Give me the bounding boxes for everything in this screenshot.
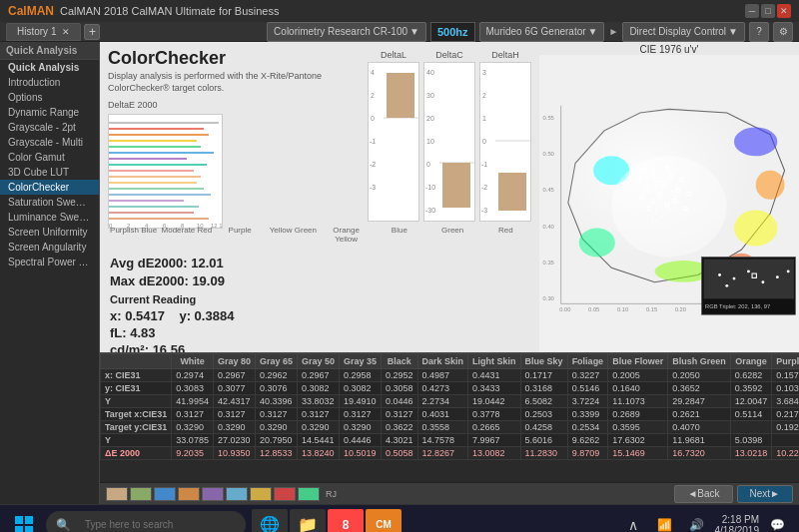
sidebar-item-colorchecker[interactable]: ColorChecker (0, 180, 99, 195)
cell: 10.9350 (213, 447, 255, 460)
row-label: Y (101, 395, 172, 408)
title-bar: CalMAN CalMAN 2018 CalMAN Ultimate for B… (0, 0, 799, 22)
title-bar-left: CalMAN CalMAN 2018 CalMAN Ultimate for B… (8, 4, 279, 18)
colorimetry-dropdown[interactable]: Colorimetry Research CR-100 ▼ (267, 22, 426, 42)
cell: 0.3127 (297, 408, 339, 421)
avg-deltae-value: 12.01 (191, 256, 224, 270)
cell: 0.2005 (608, 369, 668, 382)
taskbar-app-explorer[interactable]: 📁 (290, 509, 326, 533)
history-tab[interactable]: History 1 ✕ (6, 23, 81, 41)
sidebar-item-spectral-power[interactable]: Spectral Power Dist. (0, 255, 99, 269)
sidebar-item-saturation-sweeps[interactable]: Saturation Sweeps (0, 195, 99, 210)
cell: 19.0442 (468, 395, 521, 408)
cell: 0.3290 (172, 421, 214, 434)
col-header-orange: Orange (730, 354, 772, 369)
data-table: White Gray 80 Gray 65 Gray 50 Gray 35 Bl… (100, 353, 799, 460)
cell: 4.3021 (382, 434, 418, 447)
taskbar-volume-icon[interactable]: 🔊 (683, 511, 711, 533)
history-add-button[interactable]: + (84, 24, 100, 40)
taskbar-network-icon[interactable]: 📶 (651, 511, 679, 533)
sidebar-item-options[interactable]: Options (0, 90, 99, 105)
back-arrow-icon: ◄ (687, 488, 697, 499)
svg-point-100 (776, 275, 779, 278)
cell: 0.4431 (468, 369, 521, 382)
svg-text:1: 1 (482, 115, 486, 122)
sidebar-item-screen-uniformity[interactable]: Screen Uniformity (0, 225, 99, 240)
cell: 0.3433 (468, 382, 521, 395)
sidebar-item-3d-cube-lut[interactable]: 3D Cube LUT (0, 165, 99, 180)
cell: 14.7578 (417, 434, 468, 447)
taskbar-notification-icon[interactable]: 💬 (763, 511, 791, 533)
deltac-chart: 40 30 20 10 0 -10 -30 (423, 62, 475, 222)
minimize-button[interactable]: ─ (745, 4, 759, 18)
taskbar-chevron-icon[interactable]: ∧ (619, 511, 647, 533)
taskbar-app-store[interactable]: 8 (328, 509, 364, 533)
status-bar: RJ ◄ Back Next ► (100, 482, 799, 504)
cell: 0.5146 (567, 382, 608, 395)
thumb-6 (226, 487, 248, 501)
cell: 0.2534 (567, 421, 608, 434)
close-button[interactable]: ✕ (777, 4, 791, 18)
search-bar[interactable]: 🔍 (46, 511, 246, 533)
settings-button[interactable]: ⚙ (773, 22, 793, 42)
colorchecker-title: ColorChecker (108, 48, 362, 69)
history-tab-close[interactable]: ✕ (62, 27, 70, 37)
cell (730, 421, 772, 434)
windows-icon (14, 515, 34, 533)
cell: 0.3077 (213, 382, 255, 395)
svg-rect-49 (498, 173, 526, 211)
cell: 0.3290 (340, 421, 382, 434)
svg-text:0.55: 0.55 (543, 115, 554, 121)
help-button[interactable]: ? (749, 22, 769, 42)
taskbar-app-edge[interactable]: 🌐 (252, 509, 288, 533)
display-dropdown[interactable]: Direct Display Control ▼ (622, 22, 745, 42)
max-deltae-row: Max dE2000: 19.09 (110, 273, 529, 288)
sidebar-item-color-gamut[interactable]: Color Gamut (0, 150, 99, 165)
sidebar-item-dynamic-range[interactable]: Dynamic Range (0, 105, 99, 120)
thumb-5 (202, 487, 224, 501)
table-row: Target x:CIE31 0.3127 0.3127 0.3127 0.31… (101, 408, 800, 421)
sidebar-item-quick-analysis[interactable]: Quick Analysis (0, 60, 99, 75)
cell: 29.2847 (668, 395, 731, 408)
sidebar-item-introduction[interactable]: Introduction (0, 75, 99, 90)
col-header-gray65: Gray 65 (255, 354, 297, 369)
sidebar-item-grayscale-multi[interactable]: Grayscale - Multi (0, 135, 99, 150)
title-bar-controls[interactable]: ─ □ ✕ (745, 4, 791, 18)
cell: 0.3290 (213, 421, 255, 434)
start-button[interactable] (8, 509, 40, 533)
col-header-gray80: Gray 80 (213, 354, 255, 369)
generator-dropdown[interactable]: Murideo 6G Generator ▼ (479, 22, 605, 42)
fl-row: fL: 4.83 (110, 325, 529, 340)
cell: 9.6262 (567, 434, 608, 447)
sidebar-item-screen-angularity[interactable]: Screen Angularity (0, 240, 99, 255)
back-button[interactable]: ◄ Back (674, 485, 732, 503)
cell: 2.2734 (417, 395, 468, 408)
sidebar-item-grayscale-2pt[interactable]: Grayscale - 2pt (0, 120, 99, 135)
cell: 0.4070 (668, 421, 731, 434)
search-input[interactable] (77, 511, 236, 533)
back-label: Back (697, 488, 719, 499)
cell: 20.7950 (255, 434, 297, 447)
sidebar-section-title: Quick Analysis (0, 42, 99, 60)
cell: 0.3592 (730, 382, 772, 395)
cell: 17.6302 (608, 434, 668, 447)
next-button[interactable]: Next ► (737, 485, 793, 503)
delta-charts: DeltaL 4 2 0 -1 -2 -3 (368, 48, 531, 218)
col-header-blue-sky: Blue Sky (520, 354, 567, 369)
cell: 0.0446 (382, 395, 418, 408)
app-logo: CalMAN (8, 4, 54, 18)
col-header-gray35: Gray 35 (340, 354, 382, 369)
cell: 0.2174 (772, 408, 799, 421)
deltal-label: DeltaL (368, 50, 419, 60)
sidebar-item-luminance-sweeps[interactable]: Luminance Sweeps (0, 210, 99, 225)
svg-point-71 (579, 229, 615, 258)
thumb-8 (274, 487, 296, 501)
svg-text:20: 20 (426, 115, 434, 122)
maximize-button[interactable]: □ (761, 4, 775, 18)
cell: 12.8533 (255, 447, 297, 460)
taskbar-datetime: 2:18 PM 4/18/2019 (715, 514, 760, 533)
row-label: ΔE 2000 (101, 447, 172, 460)
col-header-light-skin: Light Skin (468, 354, 521, 369)
taskbar-app-calman[interactable]: CM (366, 509, 401, 533)
cell: 6.5082 (520, 395, 567, 408)
